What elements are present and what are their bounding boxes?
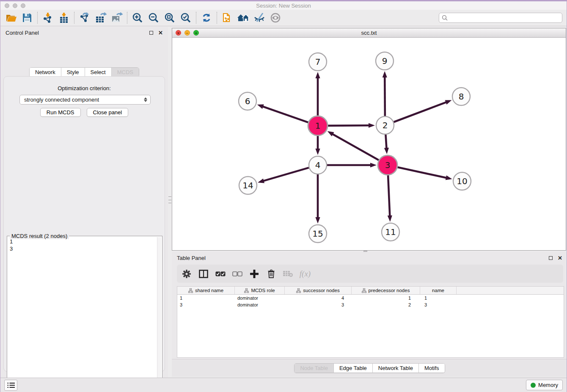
tab-node-table[interactable]: Node Table (295, 364, 334, 373)
table-cell[interactable]: 3 (177, 301, 235, 308)
open-session-button[interactable] (5, 11, 17, 24)
memory-label: Memory (538, 382, 558, 388)
float-table-panel-icon[interactable] (549, 256, 553, 260)
column-header-shared-name[interactable]: shared name (177, 287, 235, 294)
optimization-criterion-label: Optimization criterion: (4, 85, 165, 91)
export-image-icon (111, 12, 123, 23)
table-row[interactable]: 1dominator411 (177, 295, 564, 301)
edge-1-6[interactable] (257, 105, 308, 123)
show-hidden-button[interactable] (269, 11, 282, 24)
zoom-in-button[interactable] (131, 11, 144, 24)
tree-sort-icon (244, 288, 249, 293)
table-cell[interactable]: 1 (177, 295, 235, 301)
graph-node-1[interactable]: 1 (308, 116, 328, 135)
edge-1-7[interactable] (315, 72, 320, 116)
graph-node-2[interactable]: 2 (376, 116, 394, 134)
graph-node-10[interactable]: 10 (453, 172, 471, 190)
table-panel: Table Panel ✕ f(x) shared nameMCDS r (172, 252, 567, 377)
graph-node-7[interactable]: 7 (309, 53, 327, 71)
export-image-button[interactable] (110, 11, 123, 24)
table-cell[interactable]: 1 (420, 295, 457, 301)
column-header-MCDS-role[interactable]: MCDS role (235, 287, 285, 294)
import-network-button[interactable] (41, 11, 54, 24)
float-panel-icon[interactable] (149, 31, 153, 35)
table-settings-button[interactable] (181, 268, 192, 279)
graph-node-11[interactable]: 11 (382, 223, 399, 241)
tab-select[interactable]: Select (85, 68, 112, 77)
table-cell[interactable]: dominator (235, 301, 285, 308)
edge-4-3[interactable] (327, 163, 377, 167)
tab-edge-table[interactable]: Edge Table (334, 364, 373, 373)
edge-3-1[interactable] (328, 131, 379, 160)
tab-style[interactable]: Style (61, 68, 85, 77)
export-network-button[interactable] (78, 11, 91, 24)
search-input[interactable] (439, 13, 562, 23)
edge-3-10[interactable] (397, 167, 452, 180)
network-graph[interactable]: 7968124314101511 (172, 38, 566, 250)
table-cell[interactable]: 1 (352, 295, 420, 301)
fx-icon: f(x) (300, 269, 311, 279)
graph-node-4[interactable]: 4 (309, 156, 327, 174)
zoom-selected-button[interactable] (179, 11, 192, 24)
mcds-result-text[interactable]: 1 3 (8, 237, 157, 392)
tab-network[interactable]: Network (30, 68, 61, 77)
select-all-button[interactable] (215, 268, 226, 279)
edge-3-11[interactable] (388, 175, 392, 222)
node-label: 4 (315, 160, 321, 170)
toolbar-separator (196, 12, 196, 24)
export-table-button[interactable] (94, 11, 107, 24)
table-cell[interactable]: 4 (285, 295, 352, 301)
tab-motifs[interactable]: Motifs (419, 364, 445, 373)
import-table-button[interactable] (58, 11, 70, 24)
zoom-fit-button[interactable] (163, 11, 176, 24)
edge-4-14[interactable] (258, 168, 309, 183)
node-table-header: shared nameMCDS rolesuccessor nodesprede… (177, 287, 564, 295)
close-table-panel-icon[interactable]: ✕ (558, 256, 562, 260)
network-canvas[interactable]: 7968124314101511 (172, 38, 566, 250)
network-window-titlebar[interactable]: scc.txt × − + (172, 28, 566, 38)
graph-node-15[interactable]: 15 (309, 225, 327, 243)
task-history-button[interactable] (4, 380, 17, 391)
tab-mcds[interactable]: MCDS (112, 68, 139, 77)
table-row[interactable]: 3dominator323 (177, 301, 564, 308)
refresh-button[interactable] (200, 11, 213, 24)
clone-network-button[interactable] (221, 11, 234, 24)
result-scrollbar[interactable] (157, 237, 161, 392)
column-header-predecessor-nodes[interactable]: predecessor nodes (352, 287, 420, 294)
optimization-criterion-select[interactable]: strongly connected component (19, 95, 151, 105)
table-cell[interactable]: 2 (352, 301, 420, 308)
show-columns-button[interactable] (198, 268, 209, 279)
edge-2-9[interactable] (383, 71, 387, 116)
toolbar-separator (127, 12, 127, 24)
column-header-successor-nodes[interactable]: successor nodes (285, 287, 352, 294)
graph-node-3[interactable]: 3 (378, 155, 397, 175)
graph-node-14[interactable]: 14 (239, 177, 257, 194)
close-panel-button[interactable]: Close panel (87, 108, 129, 117)
table-cell[interactable]: dominator (235, 295, 285, 301)
function-builder-button[interactable]: f(x) (300, 268, 311, 279)
memory-button[interactable]: Memory (526, 380, 563, 390)
graph-node-8[interactable]: 8 (452, 88, 470, 105)
zoom-out-button[interactable] (147, 11, 160, 24)
graph-node-9[interactable]: 9 (376, 52, 394, 70)
save-session-button[interactable] (21, 11, 33, 24)
delete-column-button[interactable] (266, 268, 277, 279)
first-neighbors-button[interactable] (237, 11, 250, 24)
add-column-button[interactable] (249, 268, 260, 279)
edge-1-4[interactable] (315, 136, 320, 155)
graph-node-6[interactable]: 6 (239, 92, 256, 110)
run-mcds-button[interactable]: Run MCDS (40, 108, 81, 117)
column-header-name[interactable]: name (420, 287, 457, 294)
edge-4-15[interactable] (315, 174, 320, 224)
hide-selected-button[interactable] (253, 11, 266, 24)
table-cell[interactable]: 3 (285, 301, 352, 308)
edge-2-3[interactable] (384, 135, 389, 154)
close-panel-icon[interactable]: ✕ (158, 31, 163, 35)
vertical-splitter-grip[interactable] (168, 196, 171, 203)
edge-1-2[interactable] (328, 123, 375, 128)
tab-network-table[interactable]: Network Table (373, 364, 419, 373)
edge-2-8[interactable] (394, 100, 452, 122)
delete-table-button[interactable] (283, 268, 294, 279)
deselect-all-button[interactable] (232, 268, 243, 279)
table-cell[interactable]: 3 (420, 301, 457, 308)
